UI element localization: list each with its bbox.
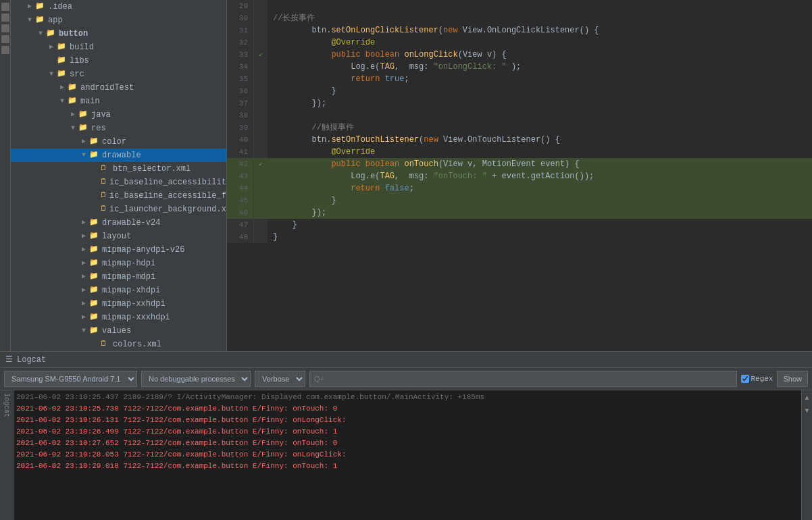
xml-icon-ic24: 🗒 (100, 177, 107, 188)
filter-input[interactable] (309, 371, 737, 387)
sidebar-item-ic-launcher[interactable]: ▶ 🗒 ic_launcher_background.xml (11, 203, 226, 216)
sidebar-item-mipmap-xxhdpi[interactable]: ▶ 📁 mipmap-xxhdpi (11, 297, 226, 311)
sidebar-item-res[interactable]: ▼ 📁 res (11, 122, 226, 135)
code-content-39: //触摸事件 (268, 122, 354, 134)
sidebar-item-idea[interactable]: ▶ 📁 .idea (11, 0, 226, 14)
spacer-libs: ▶ (46, 55, 57, 66)
sidebar-item-btn-selector[interactable]: ▶ 🗒 btn_selector.xml (11, 162, 226, 176)
sidebar-item-ic-accessible-24[interactable]: ▶ 🗒 ic_baseline_accessibility_24.x (11, 176, 226, 189)
sidebar-item-drawable-v24[interactable]: ▶ 📁 drawable-v24 (11, 216, 226, 230)
gutter-44 (254, 182, 268, 194)
code-line-29: 29 (227, 0, 812, 12)
sidebar-item-mipmap-anydpi[interactable]: ▶ 📁 mipmap-anydpi-v26 (11, 243, 226, 257)
xml-icon-btn-selector: 🗒 (100, 163, 111, 174)
sidebar-label-idea: .idea (48, 2, 72, 11)
collapse-arrow-values: ▼ (78, 326, 89, 336)
sidebar-label-mipmap-hdpi: mipmap-hdpi (102, 259, 155, 268)
sidebar-item-libs[interactable]: ▶ 📁 libs (11, 54, 226, 68)
left-panel-icon-5[interactable] (1, 46, 9, 54)
sidebar-item-mipmap-hdpi[interactable]: ▶ 📁 mipmap-hdpi (11, 257, 226, 270)
sidebar-item-colors-xml[interactable]: ▶ 🗒 colors.xml (11, 338, 226, 351)
folder-icon-java: 📁 (78, 109, 89, 120)
left-panel-icon-1[interactable] (1, 3, 9, 11)
folder-icon-color: 📁 (89, 136, 100, 147)
scroll-up-icon[interactable]: ▲ (802, 393, 812, 403)
line-number-38: 38 (227, 109, 254, 122)
collapse-arrow-src: ▼ (46, 69, 57, 80)
sidebar-item-mipmap-xhdpi[interactable]: ▶ 📁 mipmap-xhdpi (11, 284, 226, 297)
sidebar-item-button[interactable]: ▼ 📁 button (11, 27, 226, 41)
gutter-46 (254, 207, 268, 219)
bottom-panel: ☰ Logcat Samsung SM-G9550 Android 7.1 No… (0, 351, 812, 520)
sidebar-label-values: values (102, 326, 131, 336)
show-button[interactable]: Show (777, 371, 808, 387)
logcat-content[interactable]: 2021-06-02 23:10:25.437 2189-2189/? I/Ac… (14, 390, 801, 520)
line-number-30: 30 (227, 12, 254, 24)
collapse-arrow-layout: ▶ (78, 231, 89, 242)
line-number-39: 39 (227, 122, 254, 134)
log-line-5: 2021-06-02 23:10:28.053 7122-7122/com.ex… (16, 449, 798, 461)
sidebar-item-mipmap-mdpi[interactable]: ▶ 📁 mipmap-mdpi (11, 270, 226, 284)
regex-checkbox-wrap: Regex (741, 375, 773, 383)
collapse-arrow-mipmap-xxxhdpi: ▶ (78, 312, 89, 323)
gutter-37 (254, 97, 268, 109)
folder-icon-values: 📁 (89, 326, 100, 336)
left-panel-icon-3[interactable] (1, 24, 9, 32)
folder-icon-mipmap-mdpi: 📁 (89, 271, 100, 282)
sidebar-label-main: main (80, 97, 100, 106)
sidebar-label-drawable-v24: drawable-v24 (102, 218, 160, 228)
spacer-btn-selector: ▶ (89, 163, 100, 174)
code-line-31: 31 btn.setOnLongClickListener(new View.O… (227, 24, 812, 36)
sidebar-label-build: build (70, 43, 94, 52)
sidebar-item-values[interactable]: ▼ 📁 values (11, 324, 226, 338)
log-line-6: 2021-06-02 23:10:29.018 7122-7122/com.ex… (16, 461, 798, 472)
device-selector[interactable]: Samsung SM-G9550 Android 7.1 (4, 371, 137, 387)
sidebar-label-res: res (91, 124, 106, 133)
code-line-40: 40 btn.setOnTouchListener(new View.OnTou… (227, 134, 812, 146)
sidebar-item-build[interactable]: ▶ 📁 build (11, 41, 226, 54)
gutter-29 (254, 0, 268, 12)
gutter-36 (254, 85, 268, 97)
left-icon-strip (0, 0, 11, 351)
code-content-46: }); (268, 207, 326, 219)
logcat-right-icons: ▲ ▼ (801, 390, 812, 520)
code-content-29 (268, 0, 273, 12)
sidebar-item-color[interactable]: ▶ 📁 color (11, 135, 226, 149)
sidebar-item-androidtest[interactable]: ▶ 📁 androidTest (11, 81, 226, 95)
left-panel-icon-4[interactable] (1, 35, 9, 43)
left-panel-icon-2[interactable] (1, 14, 9, 22)
sidebar-item-layout[interactable]: ▶ 📁 layout (11, 230, 226, 243)
code-editor[interactable]: 29 30 //长按事件 31 btn.setOnLongClickListen… (227, 0, 812, 351)
process-selector[interactable]: No debuggable processes (141, 371, 251, 387)
sidebar-item-app[interactable]: ▼ 📁 app (11, 14, 226, 27)
scroll-down-icon[interactable]: ▼ (802, 406, 812, 416)
code-line-45: 45 } (227, 194, 812, 207)
sidebar-label-ic24: ic_baseline_accessibility_24.x (109, 178, 227, 187)
line-number-36: 36 (227, 85, 254, 97)
folder-icon-mipmap-hdpi: 📁 (89, 258, 100, 269)
code-content-38 (268, 109, 273, 122)
sidebar-label-drawable: drawable (102, 151, 141, 160)
line-number-47: 47 (227, 219, 254, 231)
code-line-37: 37 }); (227, 97, 812, 109)
code-line-34: 34 Log.e(TAG, msg: "onLongClick: " ); (227, 61, 812, 73)
sidebar-item-ic-accessible-forwa[interactable]: ▶ 🗒 ic_baseline_accessible_forwa (11, 189, 226, 203)
gutter-31 (254, 24, 268, 36)
sidebar-item-mipmap-xxxhdpi[interactable]: ▶ 📁 mipmap-xxxhdpi (11, 311, 226, 324)
regex-checkbox[interactable] (741, 375, 749, 383)
line-number-33: 33 (227, 49, 254, 61)
code-content-34: Log.e(TAG, msg: "onLongClick: " ); (268, 61, 521, 73)
code-content-32: @Override (268, 36, 375, 49)
code-content-47: } (268, 219, 297, 231)
line-number-41: 41 (227, 146, 254, 158)
sidebar-label-mipmap-xxxhdpi: mipmap-xxxhdpi (102, 313, 170, 322)
sidebar-item-main[interactable]: ▼ 📁 main (11, 95, 226, 108)
folder-icon-mipmap-anydpi: 📁 (89, 244, 100, 255)
sidebar-item-src[interactable]: ▼ 📁 src (11, 68, 226, 81)
sidebar-item-java[interactable]: ▶ 📁 java (11, 108, 226, 122)
logcat-toolbar: Samsung SM-G9550 Android 7.1 No debuggab… (0, 368, 812, 390)
level-selector[interactable]: Verbose (255, 371, 305, 387)
logcat-items-label[interactable]: logcat (3, 393, 10, 417)
code-content-30: //长按事件 (268, 12, 315, 24)
sidebar-item-drawable[interactable]: ▼ 📁 drawable (11, 149, 226, 162)
